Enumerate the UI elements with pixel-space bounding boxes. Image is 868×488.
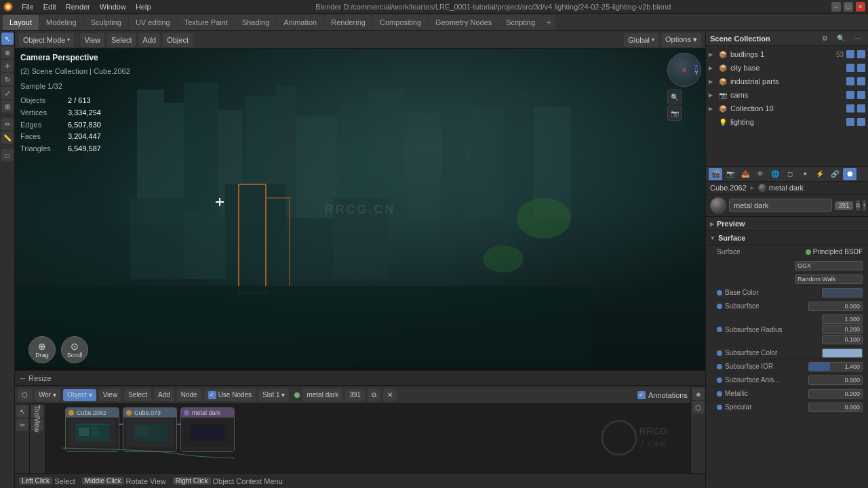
- tab-sculpting[interactable]: Sculpting: [84, 15, 128, 30]
- menu-window[interactable]: Window: [96, 2, 130, 12]
- prop-icon-render[interactable]: 📷: [724, 168, 737, 180]
- menu-edit[interactable]: Edit: [39, 2, 60, 12]
- metallic-slider[interactable]: 0.000: [808, 389, 863, 399]
- outliner-item-industrial[interactable]: ▶ 📦 industrial parts: [706, 75, 868, 88]
- viewport-object-menu[interactable]: Object: [163, 33, 193, 47]
- node-tool-1[interactable]: ↖: [16, 405, 28, 418]
- outliner-search-icon[interactable]: 🔍: [834, 33, 848, 45]
- subsurface-dot[interactable]: [717, 304, 722, 309]
- subsurface-slider[interactable]: 0.000: [808, 302, 863, 311]
- prop-icon-world[interactable]: 🌐: [768, 168, 782, 180]
- outliner-item-collection10[interactable]: ▶ 📦 Collection 10: [706, 102, 868, 115]
- base-color-dot[interactable]: [717, 290, 722, 296]
- node-node-menu[interactable]: Node: [177, 389, 201, 401]
- tab-texture-paint[interactable]: Texture Paint: [178, 15, 235, 30]
- subsurface-anis-slider[interactable]: 0.000: [808, 375, 863, 385]
- sub-radius-1[interactable]: 1.000: [822, 314, 863, 324]
- outliner-check-industrial[interactable]: [846, 77, 854, 85]
- bc-metal-dark[interactable]: metal dark: [769, 184, 804, 192]
- outliner-item-budlings[interactable]: ▶ 📦 budlings 1 53: [706, 47, 868, 61]
- viewport-view-menu[interactable]: View: [80, 33, 104, 47]
- node-tool-2[interactable]: ✂: [16, 419, 28, 431]
- tool-scale[interactable]: ⤢: [1, 87, 14, 99]
- node-add-menu[interactable]: Add: [154, 389, 174, 401]
- tab-shading[interactable]: Shading: [235, 15, 276, 30]
- node-tab-tool[interactable]: Tool: [31, 405, 43, 418]
- outliner-vis-coll10[interactable]: [857, 104, 865, 113]
- tab-animation[interactable]: Animation: [277, 15, 323, 30]
- outliner-vis-industrial[interactable]: [857, 77, 865, 85]
- status-resize[interactable]: ↔ Resize: [19, 374, 52, 382]
- outliner-vis-cams[interactable]: [857, 91, 865, 99]
- node-canvas[interactable]: ↖ ✂ Tool View: [15, 404, 690, 473]
- tool-rotate[interactable]: ↻: [1, 73, 14, 85]
- tool-move[interactable]: ✛: [1, 60, 14, 72]
- menu-render[interactable]: Render: [62, 2, 94, 12]
- tab-uv-editing[interactable]: UV editing: [129, 15, 177, 30]
- orientation-gizmo[interactable]: X Y Z: [667, 53, 701, 87]
- shader-name[interactable]: Principled BSDF: [813, 248, 863, 256]
- node-side-1[interactable]: ◈: [692, 388, 705, 400]
- tab-scripting[interactable]: Scripting: [499, 15, 542, 30]
- material-name-input[interactable]: [729, 199, 832, 212]
- prop-icon-physics[interactable]: ⚡: [813, 168, 827, 180]
- annotations-check-icon[interactable]: ✓: [637, 391, 646, 399]
- tool-select[interactable]: ↖: [1, 33, 14, 45]
- camera-gizmo-btn[interactable]: 📷: [667, 106, 682, 121]
- outliner-check-budlings[interactable]: [846, 50, 854, 58]
- section-surface[interactable]: ▼ Surface: [706, 231, 868, 245]
- bc-cube2062[interactable]: Cube.2062: [710, 184, 747, 192]
- node-select-menu[interactable]: Select: [124, 389, 151, 401]
- subsurface-radius-dot[interactable]: [717, 327, 722, 332]
- prop-icon-constraints[interactable]: 🔗: [828, 168, 842, 180]
- scroll-button[interactable]: ⊙ Scroll: [61, 336, 88, 363]
- use-nodes-checkbox[interactable]: ✓ Use Nodes: [204, 389, 256, 401]
- subsurface-color-swatch[interactable]: [822, 348, 863, 358]
- subsurface-ior-dot[interactable]: [717, 364, 722, 369]
- outliner-vis-lighting[interactable]: [857, 118, 865, 126]
- mat-action-copy[interactable]: ⧉: [856, 200, 860, 211]
- slot-dropdown[interactable]: Slot 1 ▾: [258, 389, 289, 401]
- node-world-dropdown[interactable]: Wor ▾: [35, 389, 60, 401]
- section-preview[interactable]: ▶ Preview: [706, 217, 868, 231]
- metallic-dot[interactable]: [717, 391, 722, 396]
- outliner-check-coll10[interactable]: [846, 104, 854, 113]
- tab-geometry-nodes[interactable]: Geometry Nodes: [429, 15, 498, 30]
- outliner-item-cams[interactable]: ▶ 📷 cams: [706, 88, 868, 102]
- maximize-button[interactable]: □: [844, 2, 853, 12]
- tool-annotate[interactable]: ✏: [1, 118, 14, 130]
- menu-help[interactable]: Help: [132, 2, 155, 12]
- prop-icon-output[interactable]: 📤: [738, 168, 752, 180]
- viewport-3d[interactable]: Camera Perspective (2) Scene Collection …: [15, 49, 705, 370]
- node-side-2[interactable]: ⬡: [692, 401, 705, 413]
- sub-radius-3[interactable]: 0.100: [822, 335, 863, 344]
- viewport-add-menu[interactable]: Add: [139, 33, 161, 47]
- node-cube073[interactable]: Cube.073: [123, 407, 177, 452]
- outliner-item-citybase[interactable]: ▶ 📦 city base: [706, 61, 868, 75]
- object-mode-dropdown[interactable]: Object Mode: [19, 33, 74, 47]
- specular-dot[interactable]: [717, 405, 722, 410]
- node-action-delete[interactable]: ✕: [383, 389, 397, 401]
- subsurface-anis-dot[interactable]: [717, 378, 722, 383]
- tool-transform[interactable]: ⊞: [1, 100, 14, 113]
- sub-radius-2[interactable]: 0.200: [822, 325, 863, 334]
- node-view-menu[interactable]: View: [99, 389, 122, 401]
- material-name-display[interactable]: metal dark: [302, 389, 342, 401]
- tab-layout[interactable]: Layout: [3, 15, 39, 30]
- distribution-dropdown[interactable]: GGX: [795, 261, 863, 270]
- node-tab-view[interactable]: View: [31, 419, 43, 431]
- outliner-vis-budlings[interactable]: [857, 50, 865, 58]
- prop-icon-material[interactable]: ⬟: [843, 168, 856, 180]
- subsurface-color-dot[interactable]: [717, 350, 722, 356]
- node-metal-dark[interactable]: metal dark: [180, 407, 235, 452]
- tab-modeling[interactable]: Modeling: [39, 15, 83, 30]
- prop-icon-view[interactable]: 👁: [753, 168, 767, 180]
- transform-orientation[interactable]: Global: [624, 33, 658, 47]
- outliner-item-lighting[interactable]: ▶ 💡 lighting: [706, 115, 868, 129]
- base-color-swatch[interactable]: [822, 288, 863, 298]
- specular-slider[interactable]: 0.000: [808, 403, 863, 412]
- drag-button[interactable]: ⊕ Drag: [28, 336, 56, 363]
- close-button[interactable]: ✕: [856, 2, 865, 12]
- viewport-select-menu[interactable]: Select: [107, 33, 136, 47]
- node-object-dropdown[interactable]: Object ▾: [63, 389, 96, 401]
